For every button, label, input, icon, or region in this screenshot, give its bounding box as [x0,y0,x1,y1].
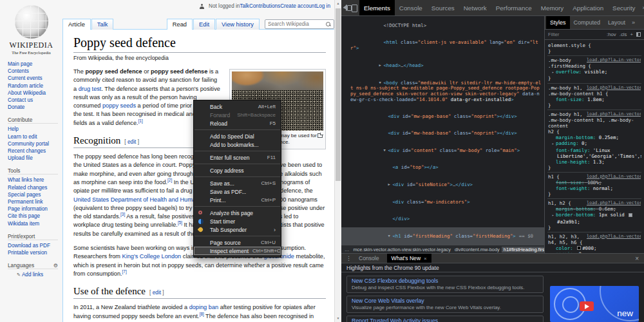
context-menu-item[interactable]: Back Alt+Left [194,102,281,111]
css-property[interactable]: margin-bottom: 0.6em; [548,206,641,212]
drawer-tab[interactable]: What's New× [387,254,431,263]
breadcrumb[interactable]: div#content.mw-body [453,247,502,252]
sidebar-link[interactable]: Learn to edit [8,133,61,140]
more-tabs-icon[interactable]: » [629,19,638,26]
card-title-link[interactable]: New Core Web Vitals overlay [352,298,538,305]
view-tab[interactable]: Read [167,19,193,30]
stylesheet-link[interactable]: load.php?la…in-vector:1 [587,200,641,206]
sidebar-link[interactable]: Cite this page [8,213,61,220]
context-menu-item[interactable] [194,129,280,130]
search-input[interactable] [268,21,326,27]
view-tab[interactable]: Edit [193,19,215,30]
context-menu-item[interactable]: Save as PDF... [194,187,281,196]
color-swatch[interactable] [629,213,632,217]
styles-tab[interactable]: Styles [546,16,570,29]
personal-bar-link[interactable]: Create account [280,3,316,9]
context-menu-item[interactable]: Add to Speed Dial [194,132,281,140]
dom-tree-node[interactable]: ▼<h1 id="firstHeading" class="firstHeadi… [341,227,544,245]
context-menu-item[interactable]: Tab Suspender › [194,225,281,234]
css-property[interactable]: line-height: 1.3; [548,159,641,165]
sidebar-link[interactable]: Permanent link [8,198,61,205]
css-property[interactable]: ▸border-bottom: 1px solid #a2a9b1; [548,212,641,224]
wikipedia-globe-logo[interactable] [15,5,48,39]
wiki-link[interactable]: doping ban [189,304,218,310]
scroll-up-arrow-icon[interactable]: ▲ [335,0,341,7]
sidebar-link[interactable]: Upload file [8,155,61,162]
whats-new-card[interactable]: New CSS Flexbox debugging tools Debug an… [346,276,544,293]
context-menu-item[interactable]: Reload F5 [194,119,281,128]
page-scrollbar[interactable]: ▲ ▼ [334,0,341,322]
close-drawer-icon[interactable]: × [632,255,642,262]
play-button-icon[interactable] [580,301,594,311]
view-tab[interactable]: View history [216,19,260,30]
stylesheet-link[interactable]: load.php?la…in-vector:1 [587,111,641,117]
breadcrumb[interactable]: mce.skin-vector.action-view.skin-vector-… [351,247,453,252]
sidebar-link[interactable]: What links here [8,176,61,184]
styles-tab[interactable]: Layout [604,16,629,29]
toggle-hover-state-button[interactable]: :hov [607,32,616,37]
stylesheet-link[interactable]: load.php?la…in-vector:1 [587,85,641,91]
dom-tree-node[interactable]: <a id="top"></a> [341,160,544,176]
devtools-tab[interactable]: Security [608,0,639,15]
stylesheet-link[interactable]: load.php?la…in-vector:1 [587,57,641,63]
dom-tree-node[interactable]: <div id="mw-page-base" class="noprint"><… [341,108,544,125]
color-swatch[interactable] [577,246,581,250]
css-property[interactable]: ▸padding: 0; [548,140,641,147]
sidebar-link[interactable]: Donate [8,104,61,111]
breadcrumb[interactable]: … [343,247,351,252]
dom-tree-node[interactable]: ▼<div id="content" class="mw-body" role=… [341,142,544,159]
wiki-link[interactable]: King's College London [122,253,182,260]
personal-bar-link[interactable]: Contributions [249,3,280,9]
styles-tab[interactable]: Computed [570,16,605,29]
css-selector[interactable]: element.style { [548,43,641,48]
enlarge-icon[interactable] [317,133,323,138]
card-title-link[interactable]: Report Trusted Web Activity issues [352,317,538,322]
dom-tree-node[interactable]: ▼<body class="mediawiki ltr sitedir-ltr … [341,74,544,108]
css-property[interactable]: margin-bottom: 0.25em; [548,135,641,140]
sidebar-link[interactable]: ✎Add links [17,271,61,278]
search-icon[interactable] [326,22,331,27]
devtools-tab[interactable]: Performance [491,0,536,15]
close-tab-icon[interactable]: × [424,256,427,261]
sidebar-link[interactable]: Special pages [8,191,61,198]
sidebar-link[interactable]: Download as PDF [8,242,61,249]
devtools-tab[interactable]: Console [395,0,427,15]
devtools-tab[interactable]: Application [568,0,608,15]
whats-new-card[interactable]: Report Trusted Web Activity issues [346,316,544,322]
namespace-tab[interactable]: Talk [91,19,114,30]
drawer-kebab-icon[interactable]: ⋮ [343,255,354,261]
context-menu-item[interactable] [194,206,280,207]
context-menu-item[interactable]: Add to bookmarks... [194,140,281,149]
computed-panel-icon[interactable] [636,32,641,37]
toggle-class-button[interactable]: .cls [620,32,627,37]
scroll-down-arrow-icon[interactable]: ▼ [335,315,341,322]
personal-bar-link[interactable]: Log in [316,3,330,9]
sidebar-link[interactable]: Contact us [8,97,61,104]
dom-tree-node[interactable]: <div class="mw-indicators"> [341,194,544,211]
context-menu-item[interactable]: Print... Ctrl+P [194,196,281,204]
context-menu-item[interactable]: Analyze this page [194,209,281,217]
sidebar-link[interactable]: Current events [8,75,61,82]
sidebar-link[interactable]: Contents [8,68,61,75]
dom-tree-node[interactable]: <!DOCTYPE html> [341,17,544,34]
reference-link[interactable]: [7] [122,269,127,274]
sidebar-link[interactable]: About Wikipedia [8,90,61,97]
reference-link[interactable]: [1] [138,118,143,123]
css-property[interactable]: font-weight: normal; [548,185,641,191]
sidebar-link[interactable]: Related changes [8,184,61,191]
dom-tree-node[interactable]: </div> [341,211,544,227]
sidebar-link[interactable]: Wikidata item [8,220,61,227]
sidebar-link[interactable]: Main page [8,61,61,68]
reference-link[interactable]: [8] [200,311,204,316]
css-property[interactable]: font-family: 'Linux Libertine','Georgia'… [548,147,641,159]
more-tabs-icon[interactable]: » [640,5,644,11]
wiki-link[interactable]: poppy seeds [102,102,136,109]
devtools-tab[interactable]: Memory [536,0,568,15]
context-menu-item[interactable]: Forward Shift+Backspace [194,111,281,119]
personal-bar-link[interactable]: Talk [240,3,249,9]
stylesheet-link[interactable]: load.php?la…in-vector:1 [587,234,641,240]
reference-link[interactable]: [5] [178,220,182,225]
context-menu-item[interactable]: Page source Ctrl+U [194,238,281,247]
css-property[interactable]: font-size: 188%; [548,180,641,185]
dom-tree-node[interactable]: ▶<head>…</head> [341,57,544,74]
